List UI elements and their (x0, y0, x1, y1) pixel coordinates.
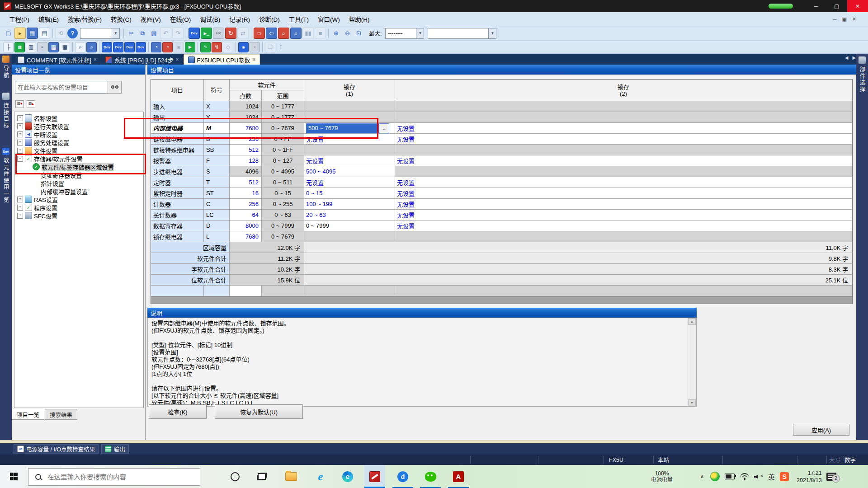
latch-cell[interactable]: 无设置 (395, 123, 852, 134)
left-strip-3[interactable]: Dev软元件使用一览 (0, 148, 12, 204)
check-button[interactable]: 检查(K) (149, 404, 207, 419)
gx-works3-button[interactable] (364, 465, 385, 488)
expand-icon[interactable]: + (17, 123, 23, 129)
menu-find-replace[interactable]: 搜索/替换(F) (63, 14, 106, 24)
spiral-monitor-icon[interactable]: ◉ (238, 42, 249, 52)
tree-item-9[interactable]: 指针设置 (14, 179, 143, 187)
cortana-button[interactable] (225, 465, 245, 488)
tab-close-icon[interactable]: × (94, 56, 97, 63)
read-from-plc-icon[interactable]: ⇦ (266, 28, 277, 39)
acrobat-button[interactable]: A (448, 465, 469, 488)
tree-item-4[interactable]: +服务处理设置 (14, 138, 143, 146)
table-bottom-scroll-area[interactable] (151, 296, 852, 304)
mdi-restore-icon[interactable]: ▣ (842, 16, 846, 22)
task-view-button[interactable] (251, 465, 272, 488)
chevron-down-icon[interactable]: ▼ (488, 28, 496, 38)
device-find-icon[interactable]: ⌕ (278, 28, 289, 39)
points-cell[interactable]: 128 (230, 155, 262, 166)
mdi-minimize-icon[interactable]: ─ (833, 17, 837, 22)
write-to-plc-icon[interactable]: ⇨ (254, 28, 265, 39)
max-steps-combo[interactable]: --------▼ (385, 28, 424, 39)
paste-icon[interactable]: ▧ (149, 28, 159, 38)
menu-debug[interactable]: 调试(B) (195, 14, 225, 24)
tray-expand-icon[interactable]: ∧ (700, 474, 704, 479)
tree-item-13[interactable]: +SFC设置 (14, 211, 143, 220)
edge-button[interactable]: e (337, 465, 358, 488)
search-button[interactable] (108, 81, 122, 94)
file-explorer-button[interactable] (281, 465, 302, 488)
latch-cell[interactable]: 无设置 (395, 221, 852, 231)
description-scrollbar[interactable]: ▲ ▼ (688, 318, 696, 406)
apply-button[interactable]: 应用(A) (793, 424, 849, 436)
points-cell[interactable]: 512 (230, 145, 262, 155)
points-cell[interactable]: 512 (230, 177, 262, 188)
latch-cell[interactable]: 无设置 (395, 188, 852, 199)
latch-cell[interactable]: 100 ~ 199 (304, 199, 395, 210)
toolbar-more-icon[interactable]: ⋮ (276, 42, 286, 52)
action-center-icon[interactable]: 2 (826, 473, 836, 481)
expand-icon[interactable]: + (17, 140, 23, 145)
internet-explorer-button[interactable]: e (310, 465, 331, 488)
latch-cell[interactable]: 无设置 (395, 155, 852, 166)
network-tray-icon[interactable] (740, 473, 749, 480)
zoom-history-combo[interactable]: ▼ (80, 28, 120, 39)
document-tab-2[interactable]: 系统 [PRG] [LD] 524步× (101, 55, 184, 65)
left-strip-1[interactable]: 导航 (0, 56, 12, 79)
points-cell[interactable]: 7680 (230, 231, 262, 242)
tab-prev-icon[interactable]: ◀ (845, 55, 849, 60)
project-tree-icon[interactable]: ├ (3, 42, 14, 52)
points-cell[interactable]: 256 (230, 199, 262, 210)
latch-cell[interactable]: 0 ~ 15 (304, 188, 395, 199)
expand-icon[interactable]: + (17, 115, 23, 121)
scroll-up-icon[interactable]: ▲ (688, 318, 696, 325)
watch-2-icon[interactable]: ◔ (162, 42, 173, 52)
menu-edit[interactable]: 编辑(E) (34, 14, 63, 24)
zoom-in-icon[interactable]: ⊕ (331, 28, 341, 38)
latch-cell[interactable]: 无设置 (395, 134, 852, 145)
tab-item-list[interactable]: 项目一览 (12, 409, 44, 420)
menu-project[interactable]: 工程(P) (5, 14, 34, 24)
copy-icon[interactable]: ⧉ (137, 28, 148, 38)
start-button[interactable] (0, 465, 27, 488)
latch-cell[interactable]: 20 ~ 63 (304, 210, 395, 221)
watch-1-icon[interactable]: ◔ (151, 42, 161, 52)
left-strip-2[interactable]: 连接目标 (0, 93, 12, 129)
print-icon[interactable]: ▤ (39, 28, 50, 39)
cross-reference-icon[interactable]: ⌕ (290, 28, 302, 39)
help-icon[interactable]: ? (67, 28, 78, 38)
dock-tab-1[interactable]: I/O电源容量 / I/O点数检查结果 (14, 444, 99, 454)
expand-icon[interactable]: + (17, 197, 23, 202)
volume-muted-icon[interactable]: × (754, 474, 763, 480)
wechat-button[interactable] (420, 465, 441, 488)
label-editor-icon[interactable]: ≡ (37, 42, 47, 52)
restore-default-button[interactable]: 恢复为默认(U) (215, 404, 303, 419)
expand-icon[interactable]: + (17, 205, 23, 211)
setting-search-input[interactable] (15, 81, 111, 94)
latch-cell[interactable]: 无设置 (395, 199, 852, 210)
tab-close-icon[interactable]: × (252, 56, 255, 63)
watch-window-combo[interactable]: ▼ (428, 28, 496, 39)
device-batch-icon[interactable]: ↯ (212, 42, 222, 52)
tree-item-12[interactable]: +✓程序设置 (14, 203, 143, 211)
rebuild-all-icon[interactable]: ↻ (225, 28, 236, 39)
replace-icon[interactable]: ⌕ (86, 42, 97, 52)
latch-cell[interactable]: 无设置 (395, 177, 852, 188)
devcmt-4-icon[interactable]: Dev (136, 42, 146, 52)
fb-list-icon[interactable]: ▦ (60, 42, 70, 52)
close-button[interactable]: ✕ (847, 0, 868, 12)
minimize-button[interactable]: ─ (806, 0, 826, 12)
menu-help[interactable]: 帮助(H) (344, 14, 374, 24)
menu-view[interactable]: 视图(V) (136, 14, 165, 24)
latch-cell[interactable]: 500 ~ 4095 (304, 166, 395, 177)
taskbar-search-input[interactable] (47, 473, 184, 481)
tab-search-result[interactable]: 搜索结果 (45, 409, 77, 420)
tab-close-icon[interactable]: × (176, 56, 179, 63)
cut-icon[interactable]: ✂ (126, 28, 137, 38)
device-comment-icon[interactable]: Dev (189, 28, 200, 39)
points-cell[interactable]: 16 (230, 188, 262, 199)
dock-tab-2[interactable]: 输出 (101, 444, 129, 454)
expand-icon[interactable]: + (17, 148, 23, 154)
tab-next-icon[interactable]: ▶ (852, 55, 856, 60)
scroll-down-icon[interactable]: ▼ (688, 399, 696, 406)
battery-status[interactable]: 100% 电池电量 (651, 465, 673, 488)
